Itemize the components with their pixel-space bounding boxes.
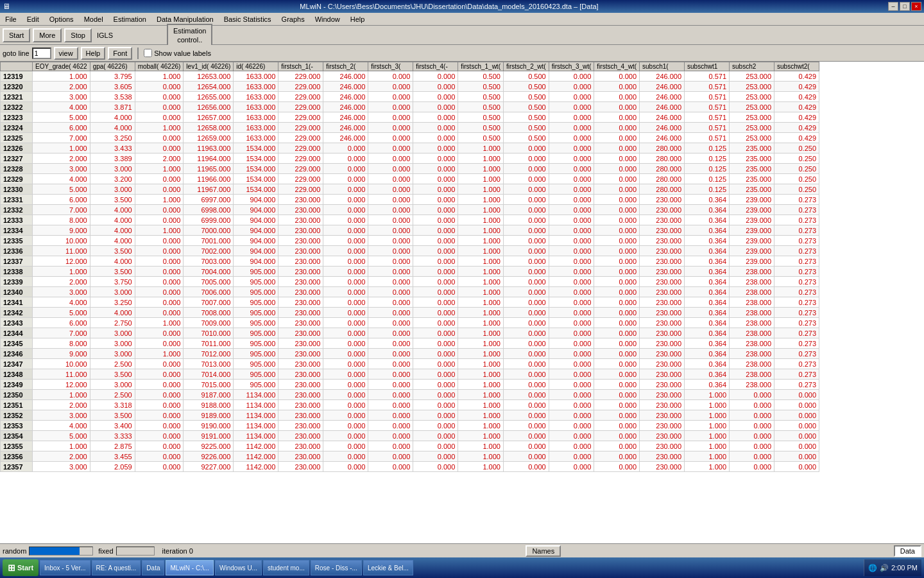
- data-cell[interactable]: 0.000: [549, 287, 594, 297]
- data-cell[interactable]: 1.000: [458, 164, 504, 174]
- data-cell[interactable]: 0.000: [323, 400, 368, 410]
- data-cell[interactable]: 4.000: [33, 421, 90, 431]
- data-cell[interactable]: 230.000: [278, 308, 323, 318]
- data-cell[interactable]: 230.000: [640, 390, 685, 400]
- data-cell[interactable]: 1.000: [33, 441, 90, 451]
- data-cell[interactable]: 0.273: [774, 205, 819, 215]
- data-cell[interactable]: 3.333: [90, 431, 135, 441]
- data-cell[interactable]: 0.273: [774, 287, 819, 297]
- data-cell[interactable]: 0.000: [323, 441, 368, 451]
- data-cell[interactable]: 1534.000: [234, 184, 278, 195]
- data-cell[interactable]: 3.455: [90, 451, 135, 462]
- data-cell[interactable]: 280.000: [640, 153, 685, 164]
- data-cell[interactable]: 0.000: [135, 462, 184, 472]
- data-cell[interactable]: 0.000: [503, 318, 549, 328]
- data-cell[interactable]: 0.273: [774, 338, 819, 349]
- data-cell[interactable]: 229.000: [278, 112, 323, 123]
- data-cell[interactable]: 0.000: [413, 318, 458, 328]
- data-cell[interactable]: 0.000: [503, 380, 549, 390]
- data-cell[interactable]: 7012.000: [184, 349, 234, 359]
- data-cell[interactable]: 230.000: [640, 287, 685, 297]
- data-cell[interactable]: 0.364: [685, 308, 730, 318]
- data-cell[interactable]: 0.429: [774, 112, 819, 123]
- data-cell[interactable]: 229.000: [278, 82, 323, 92]
- data-cell[interactable]: 0.000: [135, 359, 184, 369]
- data-cell[interactable]: 0.000: [368, 318, 413, 328]
- data-cell[interactable]: 0.000: [549, 441, 594, 451]
- menu-item-estimation[interactable]: Estimation: [111, 15, 149, 24]
- data-cell[interactable]: 1.000: [33, 143, 90, 153]
- data-cell[interactable]: 905.000: [234, 318, 278, 328]
- goto-input[interactable]: [32, 48, 51, 59]
- data-cell[interactable]: 0.273: [774, 225, 819, 236]
- data-cell[interactable]: 280.000: [640, 174, 685, 184]
- data-cell[interactable]: 0.000: [594, 112, 640, 123]
- data-cell[interactable]: 0.000: [549, 400, 594, 410]
- menu-item-model[interactable]: Model: [81, 15, 106, 24]
- data-cell[interactable]: 230.000: [640, 359, 685, 369]
- data-cell[interactable]: 0.000: [413, 287, 458, 297]
- data-cell[interactable]: 246.000: [640, 82, 685, 92]
- data-cell[interactable]: 3.871: [90, 102, 135, 112]
- data-cell[interactable]: 0.000: [549, 92, 594, 102]
- data-cell[interactable]: 0.000: [503, 215, 549, 225]
- taskbar-item-email[interactable]: RE: A questi...: [92, 560, 141, 575]
- data-cell[interactable]: 1.000: [458, 451, 504, 462]
- data-cell[interactable]: 0.000: [368, 267, 413, 277]
- data-cell[interactable]: 0.364: [685, 338, 730, 349]
- data-cell[interactable]: 12659.000: [184, 133, 234, 143]
- data-cell[interactable]: 1.000: [33, 390, 90, 400]
- data-cell[interactable]: 246.000: [323, 133, 368, 143]
- data-cell[interactable]: 230.000: [278, 225, 323, 236]
- data-cell[interactable]: 0.000: [413, 195, 458, 205]
- data-cell[interactable]: 0.000: [135, 143, 184, 153]
- data-cell[interactable]: 0.000: [594, 215, 640, 225]
- data-cell[interactable]: 0.364: [685, 225, 730, 236]
- data-cell[interactable]: 230.000: [640, 462, 685, 472]
- data-cell[interactable]: 905.000: [234, 328, 278, 338]
- data-cell[interactable]: 0.000: [503, 338, 549, 349]
- data-cell[interactable]: 0.000: [549, 297, 594, 308]
- data-cell[interactable]: 7010.000: [184, 328, 234, 338]
- data-cell[interactable]: 0.000: [135, 236, 184, 246]
- data-cell[interactable]: 1.000: [458, 246, 504, 256]
- data-cell[interactable]: 0.000: [503, 328, 549, 338]
- data-cell[interactable]: 0.000: [549, 236, 594, 246]
- data-cell[interactable]: 0.000: [730, 400, 774, 410]
- data-cell[interactable]: 229.000: [278, 133, 323, 143]
- data-cell[interactable]: 0.000: [549, 308, 594, 318]
- data-cell[interactable]: 0.000: [368, 256, 413, 267]
- data-cell[interactable]: 0.000: [413, 297, 458, 308]
- data-cell[interactable]: 238.000: [730, 287, 774, 297]
- data-cell[interactable]: 7008.000: [184, 308, 234, 318]
- data-cell[interactable]: 5.000: [33, 184, 90, 195]
- data-cell[interactable]: 246.000: [323, 102, 368, 112]
- data-cell[interactable]: 0.000: [549, 174, 594, 184]
- data-cell[interactable]: 1.000: [458, 277, 504, 287]
- data-cell[interactable]: 3.389: [90, 153, 135, 164]
- data-cell[interactable]: 0.125: [685, 184, 730, 195]
- data-cell[interactable]: 0.000: [594, 246, 640, 256]
- data-cell[interactable]: 253.000: [730, 112, 774, 123]
- data-cell[interactable]: 0.000: [594, 205, 640, 215]
- data-cell[interactable]: 12655.000: [184, 92, 234, 102]
- data-cell[interactable]: 0.000: [368, 431, 413, 441]
- data-cell[interactable]: 0.000: [730, 462, 774, 472]
- data-cell[interactable]: 0.000: [323, 308, 368, 318]
- data-cell[interactable]: 905.000: [234, 338, 278, 349]
- data-cell[interactable]: 0.000: [503, 287, 549, 297]
- data-cell[interactable]: 905.000: [234, 267, 278, 277]
- data-cell[interactable]: 3.750: [90, 277, 135, 287]
- data-cell[interactable]: 3.000: [33, 164, 90, 174]
- data-cell[interactable]: 0.000: [413, 215, 458, 225]
- data-cell[interactable]: 239.000: [730, 256, 774, 267]
- data-cell[interactable]: 230.000: [640, 421, 685, 431]
- data-cell[interactable]: 4.000: [90, 123, 135, 133]
- data-cell[interactable]: 0.000: [503, 277, 549, 287]
- data-cell[interactable]: 280.000: [640, 184, 685, 195]
- data-cell[interactable]: 0.000: [323, 380, 368, 390]
- data-cell[interactable]: 0.000: [730, 421, 774, 431]
- data-cell[interactable]: 238.000: [730, 308, 774, 318]
- data-cell[interactable]: 0.000: [135, 184, 184, 195]
- data-cell[interactable]: 1.000: [458, 308, 504, 318]
